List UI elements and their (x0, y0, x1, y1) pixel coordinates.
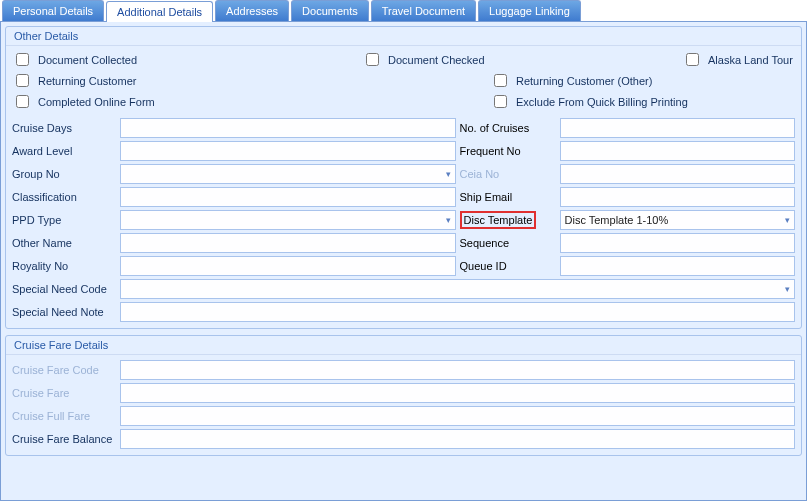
field-no-of-cruises[interactable] (560, 118, 796, 138)
label-sequence: Sequence (460, 237, 560, 249)
chevron-down-icon: ▾ (785, 215, 790, 225)
field-classification[interactable] (120, 187, 456, 207)
chk-returning-customer-other[interactable]: Returning Customer (Other) (490, 71, 652, 90)
label-ppd-type: PPD Type (12, 214, 120, 226)
chk-exclude-quick-billing-box[interactable] (494, 95, 507, 108)
chk-document-collected[interactable]: Document Collected (12, 50, 362, 69)
other-details-group: Other Details Document Collected Documen… (5, 26, 802, 329)
combo-special-need-code[interactable]: ▾ (120, 279, 795, 299)
field-frequent-no[interactable] (560, 141, 796, 161)
tab-addresses[interactable]: Addresses (215, 0, 289, 21)
tab-travel-document[interactable]: Travel Document (371, 0, 476, 21)
field-cruise-fare[interactable] (120, 383, 795, 403)
label-other-name: Other Name (12, 237, 120, 249)
chk-document-checked-box[interactable] (366, 53, 379, 66)
chevron-down-icon: ▾ (446, 215, 451, 225)
field-special-need-note[interactable] (120, 302, 795, 322)
label-cruise-fare: Cruise Fare (12, 387, 120, 399)
chk-alaska-land-tour-box[interactable] (686, 53, 699, 66)
label-special-need-code: Special Need Code (12, 283, 120, 295)
label-ceia-no: Ceia No (460, 168, 560, 180)
label-cruise-days: Cruise Days (12, 122, 120, 134)
input-frequent-no[interactable] (560, 141, 796, 161)
label-special-need-note: Special Need Note (12, 306, 120, 318)
other-details-title: Other Details (6, 27, 801, 46)
field-cruise-days[interactable] (120, 118, 456, 138)
chk-exclude-quick-billing[interactable]: Exclude From Quick Billing Printing (490, 92, 688, 111)
input-cruise-fare-code[interactable] (120, 360, 795, 380)
input-royality-no[interactable] (120, 256, 456, 276)
field-ship-email[interactable] (560, 187, 796, 207)
input-cruise-fare[interactable] (120, 383, 795, 403)
label-queue-id: Queue ID (460, 260, 560, 272)
field-group-no[interactable]: ▾ (120, 164, 456, 184)
tab-bar: Personal Details Additional Details Addr… (0, 0, 807, 22)
input-cruise-fare-balance[interactable] (120, 429, 795, 449)
label-award-level: Award Level (12, 145, 120, 157)
additional-details-panel: Other Details Document Collected Documen… (0, 22, 807, 501)
label-frequent-no: Frequent No (460, 145, 560, 157)
label-group-no: Group No (12, 168, 120, 180)
chk-alaska-land-tour[interactable]: Alaska Land Tour (682, 50, 793, 69)
input-sequence[interactable] (560, 233, 796, 253)
chk-document-checked-label: Document Checked (388, 54, 485, 66)
field-award-level[interactable] (120, 141, 456, 161)
field-sequence[interactable] (560, 233, 796, 253)
input-special-need-note[interactable] (120, 302, 795, 322)
combo-disc-template[interactable]: Disc Template 1-10% ▾ (560, 210, 796, 230)
label-ship-email: Ship Email (460, 191, 560, 203)
chk-document-collected-box[interactable] (16, 53, 29, 66)
input-no-of-cruises[interactable] (560, 118, 796, 138)
label-classification: Classification (12, 191, 120, 203)
field-disc-template[interactable]: Disc Template 1-10% ▾ (560, 210, 796, 230)
combo-group-no[interactable]: ▾ (120, 164, 456, 184)
chk-alaska-land-tour-label: Alaska Land Tour (708, 54, 793, 66)
input-classification[interactable] (120, 187, 456, 207)
cruise-fare-details-title: Cruise Fare Details (6, 336, 801, 355)
input-cruise-full-fare[interactable] (120, 406, 795, 426)
tab-additional-details[interactable]: Additional Details (106, 1, 213, 22)
chk-returning-customer-label: Returning Customer (38, 75, 136, 87)
chk-returning-customer-other-label: Returning Customer (Other) (516, 75, 652, 87)
chk-document-collected-label: Document Collected (38, 54, 137, 66)
input-ship-email[interactable] (560, 187, 796, 207)
input-ceia-no[interactable] (560, 164, 796, 184)
input-award-level[interactable] (120, 141, 456, 161)
cruise-fare-details-group: Cruise Fare Details Cruise Fare Code Cru… (5, 335, 802, 456)
tab-documents[interactable]: Documents (291, 0, 369, 21)
input-queue-id[interactable] (560, 256, 796, 276)
field-ppd-type[interactable]: ▾ (120, 210, 456, 230)
field-ceia-no[interactable] (560, 164, 796, 184)
combo-ppd-type[interactable]: ▾ (120, 210, 456, 230)
field-royality-no[interactable] (120, 256, 456, 276)
field-other-name[interactable] (120, 233, 456, 253)
chevron-down-icon: ▾ (785, 284, 790, 294)
chk-returning-customer-box[interactable] (16, 74, 29, 87)
chk-completed-online-form-box[interactable] (16, 95, 29, 108)
label-cruise-fare-code: Cruise Fare Code (12, 364, 120, 376)
chk-completed-online-form-label: Completed Online Form (38, 96, 155, 108)
label-no-of-cruises: No. of Cruises (460, 122, 560, 134)
chk-document-checked[interactable]: Document Checked (362, 50, 682, 69)
tab-personal-details[interactable]: Personal Details (2, 0, 104, 21)
field-cruise-full-fare[interactable] (120, 406, 795, 426)
label-cruise-fare-balance: Cruise Fare Balance (12, 433, 120, 445)
tab-luggage-linking[interactable]: Luggage Linking (478, 0, 581, 21)
label-cruise-full-fare: Cruise Full Fare (12, 410, 120, 422)
chk-returning-customer-other-box[interactable] (494, 74, 507, 87)
field-queue-id[interactable] (560, 256, 796, 276)
label-disc-template-text: Disc Template (460, 211, 537, 229)
chk-completed-online-form[interactable]: Completed Online Form (12, 92, 490, 111)
combo-disc-template-value: Disc Template 1-10% (565, 214, 669, 226)
chk-exclude-quick-billing-label: Exclude From Quick Billing Printing (516, 96, 688, 108)
field-cruise-fare-code[interactable] (120, 360, 795, 380)
label-royality-no: Royality No (12, 260, 120, 272)
chevron-down-icon: ▾ (446, 169, 451, 179)
input-cruise-days[interactable] (120, 118, 456, 138)
chk-returning-customer[interactable]: Returning Customer (12, 71, 490, 90)
label-disc-template: Disc Template (460, 211, 560, 229)
field-cruise-fare-balance[interactable] (120, 429, 795, 449)
field-special-need-code[interactable]: ▾ (120, 279, 795, 299)
input-other-name[interactable] (120, 233, 456, 253)
